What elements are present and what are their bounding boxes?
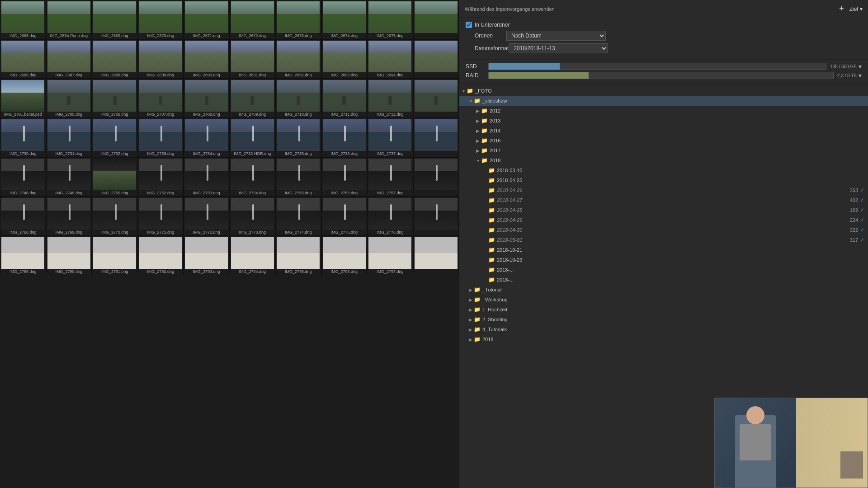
photo-cell[interactable]: ✓IMG_2771.dng bbox=[138, 197, 184, 236]
photo-cell[interactable]: ✓IMG_2753.dng bbox=[184, 157, 230, 197]
photo-cell[interactable]: ✓IMG_2749.dng bbox=[46, 157, 92, 197]
photo-cell[interactable]: ✓IMG_2734.dng bbox=[184, 118, 230, 157]
tree-item-slideshow[interactable]: ▾📁_slideshow bbox=[459, 96, 868, 106]
photo-cell[interactable]: ✓IMG_2687.dng bbox=[46, 39, 92, 79]
photo-cell[interactable]: ✓IMG_2731.dng bbox=[46, 118, 92, 157]
photo-cell[interactable]: ✓IMG_2793.dng bbox=[184, 236, 230, 275]
photo-cell[interactable]: ✓IMG_2775.dng bbox=[321, 197, 368, 236]
photo-cell[interactable]: ✓IMG_270...beitet.psd bbox=[0, 79, 46, 118]
tree-item-y2017[interactable]: ▶📁2017 bbox=[459, 145, 868, 155]
photo-cell[interactable]: ✓IMG_2707.dng bbox=[138, 79, 184, 118]
photo-cell[interactable]: ✓IMG_2755.dng bbox=[275, 157, 321, 197]
tree-item-y2014[interactable]: ▶📁2014 bbox=[459, 126, 868, 136]
photo-cell[interactable]: ✓IMG_2794.dng bbox=[230, 236, 276, 275]
photo-cell[interactable]: ✓IMG_2732.dng bbox=[92, 118, 138, 157]
photo-cell[interactable]: ✓IMG_2668.dng bbox=[0, 0, 46, 39]
photo-cell[interactable]: ✓IMG_2733.dng bbox=[138, 118, 184, 157]
photo-cell[interactable]: ✓IMG_2756.dng bbox=[321, 157, 368, 197]
photo-cell[interactable]: ✓IMG_2691.dng bbox=[230, 39, 276, 79]
photo-cell[interactable]: ✓IMG_2791.dng bbox=[92, 236, 138, 275]
tree-item-hochzeit[interactable]: ▶📁1_Hochzeit bbox=[459, 305, 868, 314]
photo-cell[interactable]: ✓IMG_2772.dng bbox=[184, 197, 230, 236]
ziel-dropdown[interactable]: Ziel ▾ bbox=[849, 6, 863, 12]
photo-cell[interactable] bbox=[413, 197, 459, 236]
tree-item-d2018-a[interactable]: 📁2018-... bbox=[459, 265, 868, 275]
tree-item-d2018-04-29[interactable]: 📁2018-04-29224✓ bbox=[459, 215, 868, 225]
photo-cell[interactable]: ✓IMG_2789.dng bbox=[0, 236, 46, 275]
photo-cell[interactable]: ✓IMG_2674.dng bbox=[321, 0, 368, 39]
tree-item-y2018[interactable]: ▾📁2018 bbox=[459, 155, 868, 165]
photo-cell[interactable]: ✓IMG_2769.dng bbox=[46, 197, 92, 236]
photo-cell[interactable] bbox=[413, 0, 459, 39]
tree-item-d2018-03-10[interactable]: 📁2018-03-10 bbox=[459, 165, 868, 175]
photo-cell[interactable]: ✓IMG_2790.dng bbox=[46, 236, 92, 275]
photo-cell[interactable]: ✓IMG_2795.dng bbox=[275, 236, 321, 275]
raid-dropdown-icon[interactable]: ▾ bbox=[859, 72, 862, 79]
photo-cell[interactable]: ✓IMG_2710.dng bbox=[275, 79, 321, 118]
photo-cell[interactable]: ✓IMG_2675.dng bbox=[367, 0, 413, 39]
photo-cell[interactable]: ✓IMG_2705.dng bbox=[46, 79, 92, 118]
photo-cell[interactable]: ✓IMG_2774.dng bbox=[275, 197, 321, 236]
tree-item-foto[interactable]: ▾📁_FOTO bbox=[459, 86, 868, 96]
photo-cell[interactable]: ✓IMG_2797.dng bbox=[367, 236, 413, 275]
tree-item-d2018-10-23[interactable]: 📁2018-10-23 bbox=[459, 255, 868, 265]
tree-item-d2018-04-28[interactable]: 📁2018-04-28169✓ bbox=[459, 205, 868, 215]
tree-item-tutorials[interactable]: ▶📁4_Tutorials bbox=[459, 324, 868, 334]
photo-cell[interactable]: ✓IMG_2773.dng bbox=[230, 197, 276, 236]
photo-cell[interactable]: ✓IMG_2730.dng bbox=[0, 118, 46, 157]
photo-cell[interactable]: ✓IMG_2750.dng bbox=[92, 157, 138, 197]
photo-cell[interactable]: ✓IMG_2706.dng bbox=[92, 79, 138, 118]
tree-item-d2018-10-21[interactable]: 📁2018-10-21 bbox=[459, 245, 868, 255]
datumsformat-select[interactable]: 2018/2018-11-13 bbox=[509, 43, 608, 53]
photo-cell[interactable]: ✓IMG_2711.dng bbox=[321, 79, 368, 118]
photo-cell[interactable]: ✓IMG_2792.dng bbox=[138, 236, 184, 275]
photo-cell[interactable]: ✓IMG_2672.dng bbox=[230, 0, 276, 39]
photo-cell[interactable]: ✓IMG_2690.dng bbox=[184, 39, 230, 79]
tree-item-shooting[interactable]: ▶📁2_Shooting bbox=[459, 314, 868, 324]
photo-grid-panel[interactable]: ✓IMG_2668.dng✓IMG_2664-Pano.dng✓IMG_2669… bbox=[0, 0, 459, 488]
photo-cell[interactable]: ✓IMG_2693.dng bbox=[321, 39, 368, 79]
photo-cell[interactable]: ✓IMG_2686.dng bbox=[0, 39, 46, 79]
photo-cell[interactable]: ✓IMG_2770.dng bbox=[92, 197, 138, 236]
tree-item-d2018-04-26[interactable]: 📁2018-04-26363✓ bbox=[459, 185, 868, 195]
tree-item-tutorial[interactable]: ▶📁_Tutorial bbox=[459, 285, 868, 295]
photo-cell[interactable] bbox=[413, 157, 459, 197]
photo-cell[interactable]: ✓IMG_2709.dng bbox=[230, 79, 276, 118]
photo-cell[interactable]: ✓IMG_2752.dng bbox=[138, 157, 184, 197]
photo-cell[interactable]: ✓IMG_2768.dng bbox=[0, 197, 46, 236]
photo-cell[interactable]: ✓IMG_2757.dng bbox=[367, 157, 413, 197]
add-button[interactable]: + bbox=[839, 4, 844, 14]
photo-cell[interactable]: ✓IMG_2712.dng bbox=[367, 79, 413, 118]
photo-cell[interactable]: ✓IMG_2735.dng bbox=[275, 118, 321, 157]
photo-cell[interactable]: ✓IMG_2692.dng bbox=[275, 39, 321, 79]
photo-cell[interactable]: ✓IMG_2736.dng bbox=[321, 118, 368, 157]
photo-cell[interactable]: ✓IMG_2664-Pano.dng bbox=[46, 0, 92, 39]
photo-cell[interactable]: ✓IMG_2708.dng bbox=[184, 79, 230, 118]
photo-cell[interactable]: ✓IMG_2670.dng bbox=[138, 0, 184, 39]
tree-item-workshop[interactable]: ▶📁_Workshop bbox=[459, 295, 868, 305]
tree-item-y2016[interactable]: ▶📁2016 bbox=[459, 136, 868, 145]
photo-cell[interactable]: ✓IMG_2776.dng bbox=[367, 197, 413, 236]
ssd-dropdown-icon[interactable]: ▾ bbox=[859, 63, 862, 70]
photo-cell[interactable]: ✓IMG_2688.dng bbox=[92, 39, 138, 79]
tree-item-y2012[interactable]: ▶📁2012 bbox=[459, 106, 868, 116]
photo-cell[interactable] bbox=[413, 236, 459, 275]
photo-cell[interactable] bbox=[413, 79, 459, 118]
photo-cell[interactable]: ✓IMG_2689.dng bbox=[138, 39, 184, 79]
photo-cell[interactable]: ✓IMG_2796.dng bbox=[321, 236, 368, 275]
photo-cell[interactable] bbox=[413, 39, 459, 79]
photo-cell[interactable]: ✓IMG_2671.dng bbox=[184, 0, 230, 39]
tree-item-d2018-04-30[interactable]: 📁2018-04-30322✓ bbox=[459, 225, 868, 235]
tree-item-d2018-b[interactable]: 📁2018-... bbox=[459, 275, 868, 285]
photo-cell[interactable]: ✓IMG_2694.dng bbox=[367, 39, 413, 79]
tree-item-d2018-04-27[interactable]: 📁2018-04-27402✓ bbox=[459, 195, 868, 205]
ordnen-select[interactable]: Nach Datum bbox=[506, 31, 606, 41]
photo-cell[interactable]: ✓IMG_2748.dng bbox=[0, 157, 46, 197]
photo-cell[interactable]: ✓IMG_2669.dng bbox=[92, 0, 138, 39]
photo-cell[interactable]: ✓IMG_2673.dng bbox=[275, 0, 321, 39]
tree-item-d2018-04-25[interactable]: 📁2018-04-25 bbox=[459, 175, 868, 185]
photo-cell[interactable] bbox=[413, 118, 459, 157]
tree-item-y2013[interactable]: ▶📁2013 bbox=[459, 116, 868, 126]
photo-cell[interactable]: ✓IMG_2737.dng bbox=[367, 118, 413, 157]
unterordner-checkbox[interactable] bbox=[466, 22, 472, 28]
